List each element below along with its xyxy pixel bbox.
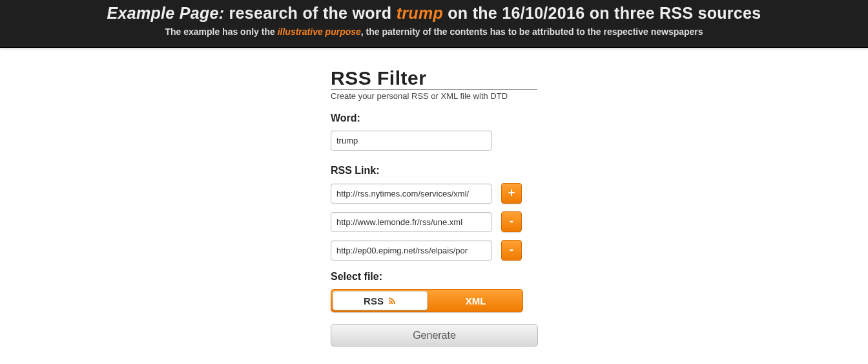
rss-filter-form: RSS Filter Create your personal RSS or X… [331, 67, 537, 347]
rss-icon [388, 296, 397, 305]
title-row: RSS Filter [331, 67, 537, 90]
rss-link-row: + [331, 183, 537, 204]
rss-link-label: RSS Link: [331, 165, 537, 177]
banner-mid2: on the 16/10/2016 on three RSS sources [443, 4, 761, 22]
example-banner: Example Page: research of the word trump… [0, 0, 868, 48]
page-title: RSS Filter [331, 67, 537, 89]
word-label: Word: [331, 112, 537, 124]
word-input[interactable] [331, 131, 492, 151]
segment-xml-label: XML [466, 295, 486, 306]
rss-link-input[interactable] [331, 212, 492, 232]
segment-rss-label: RSS [364, 295, 384, 306]
rss-link-row: - [331, 240, 537, 261]
segment-xml[interactable]: XML [429, 290, 522, 312]
banner-sub-pre: The example has only the [165, 27, 277, 37]
banner-subtitle: The example has only the illustrative pu… [13, 27, 855, 37]
minus-icon: - [510, 215, 513, 227]
banner-prefix: Example Page: [107, 4, 225, 22]
banner-heading: Example Page: research of the word trump… [13, 4, 855, 23]
page-subtitle: Create your personal RSS or XML file wit… [331, 91, 537, 101]
add-link-button[interactable]: + [501, 183, 522, 204]
banner-highlight: trump [397, 4, 443, 22]
banner-mid1: research of the word [224, 4, 396, 22]
file-type-segmented: RSS XML [331, 289, 523, 312]
remove-link-button[interactable]: - [501, 240, 522, 261]
segment-rss[interactable]: RSS [333, 291, 428, 310]
generate-button[interactable]: Generate [331, 324, 538, 347]
rss-link-input[interactable] [331, 241, 492, 261]
remove-link-button[interactable]: - [501, 211, 522, 232]
banner-sub-em: illustrative purpose [278, 27, 361, 37]
rss-link-input[interactable] [331, 184, 492, 204]
banner-sub-post: , the paternity of the contents has to b… [361, 27, 703, 37]
plus-icon: + [508, 187, 515, 198]
rss-link-row: - [331, 211, 537, 232]
minus-icon: - [510, 244, 513, 255]
select-file-label: Select file: [331, 271, 537, 283]
